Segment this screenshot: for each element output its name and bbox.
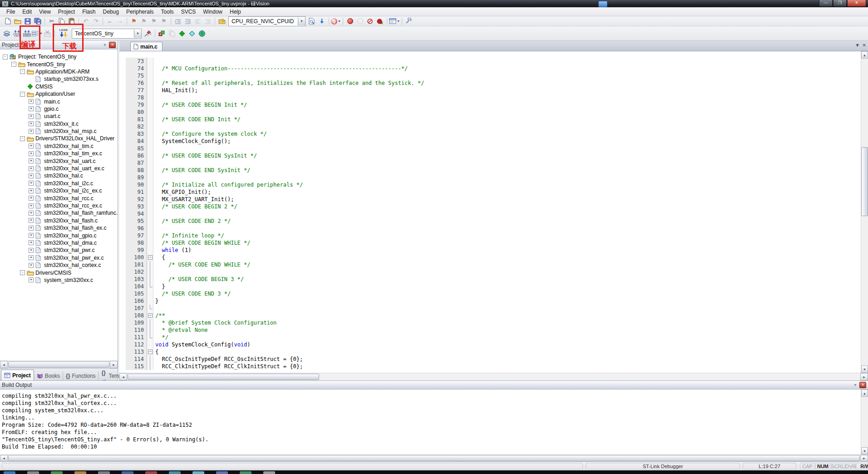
- tab-close-icon[interactable]: ✕: [863, 43, 866, 48]
- tree-item[interactable]: +stm32l0xx_hal_gpio.c: [0, 232, 118, 239]
- configure-wrench-icon[interactable]: [404, 17, 414, 26]
- tree-item[interactable]: +stm32l0xx_hal_uart_ex.c: [0, 165, 118, 172]
- tree-expand-icon[interactable]: +: [29, 211, 34, 216]
- tree-item[interactable]: +stm32l0xx_hal_tim.c: [0, 143, 118, 150]
- tab-main-c[interactable]: main.c: [130, 42, 163, 51]
- menu-project[interactable]: Project: [54, 8, 79, 16]
- build-output-vscrollbar[interactable]: ▲ ▼: [861, 390, 868, 454]
- scroll-left-icon[interactable]: ◄: [0, 361, 8, 368]
- hscroll-thumb[interactable]: [8, 361, 109, 368]
- uncomment-icon[interactable]: [203, 17, 213, 26]
- register-combo-dropdown-icon[interactable]: ▼: [298, 17, 305, 25]
- tree-item[interactable]: -Application/MDK-ARM: [0, 68, 118, 75]
- tree-collapse-icon[interactable]: -: [20, 92, 25, 97]
- taskbar-app-icon[interactable]: [27, 471, 39, 474]
- tree-item[interactable]: -Drivers/STM32L0xx_HAL_Driver: [0, 135, 118, 142]
- tree-expand-icon[interactable]: +: [29, 99, 34, 104]
- code-line[interactable]: 100 {: [119, 254, 861, 261]
- taskbar-app-icon[interactable]: [51, 471, 63, 474]
- code-line[interactable]: 87: [119, 159, 861, 167]
- save-icon[interactable]: [23, 17, 33, 26]
- code-line[interactable]: 78: [119, 94, 861, 101]
- comment-icon[interactable]: [193, 17, 203, 26]
- taskbar-app-icon[interactable]: [169, 471, 181, 474]
- tree-expand-icon[interactable]: +: [29, 240, 34, 245]
- code-line[interactable]: 101 /* USER CODE END WHILE */: [119, 261, 861, 268]
- tree-expand-icon[interactable]: +: [29, 166, 34, 171]
- hscroll-thumb[interactable]: [128, 374, 319, 380]
- tree-expand-icon[interactable]: +: [29, 226, 34, 231]
- code-line[interactable]: 89: [119, 174, 861, 181]
- code-line[interactable]: 99 while (1): [119, 247, 861, 254]
- tree-expand-icon[interactable]: +: [29, 151, 34, 156]
- quick-find-dropdown-icon[interactable]: ▼: [338, 20, 341, 23]
- tree-item[interactable]: -Application/User: [0, 90, 118, 98]
- taskbar-app-icon[interactable]: [216, 471, 228, 474]
- code-line[interactable]: 81 /* USER CODE END Init */: [119, 116, 861, 123]
- tree-expand-icon[interactable]: +: [29, 218, 34, 223]
- code-line[interactable]: 106}: [119, 297, 861, 305]
- save-all-icon[interactable]: [33, 17, 43, 26]
- scroll-down-icon[interactable]: ▼: [861, 447, 868, 454]
- tree-expand-icon[interactable]: +: [29, 196, 34, 201]
- navigate-forward-icon[interactable]: →: [115, 17, 125, 26]
- code-line[interactable]: 94: [119, 210, 861, 217]
- tree-item[interactable]: +stm32l0xx_it.c: [0, 120, 118, 128]
- breakpoint-enable-icon[interactable]: [355, 17, 365, 26]
- pack-unpack-icon[interactable]: [197, 29, 207, 38]
- menu-window[interactable]: Window: [199, 8, 226, 16]
- manage-project-items-icon[interactable]: [157, 29, 167, 38]
- code-line[interactable]: 86 /* USER CODE BEGIN SysInit */: [119, 152, 861, 159]
- debug-windows-icon[interactable]: ▼: [389, 17, 400, 26]
- breakpoint-disable-all-icon[interactable]: [365, 17, 375, 26]
- scroll-down-icon[interactable]: ▼: [861, 365, 868, 373]
- menu-tools[interactable]: Tools: [158, 8, 178, 16]
- tree-expand-icon[interactable]: +: [29, 106, 34, 111]
- manage-layers-icon[interactable]: [167, 29, 177, 38]
- pin-icon[interactable]: ⌖: [853, 382, 858, 388]
- tree-item[interactable]: +usart.c: [0, 113, 118, 120]
- code-line[interactable]: 76 /* Reset of all peripherals, Initiali…: [119, 79, 861, 87]
- tree-item[interactable]: +stm32l0xx_hal_pwr_ex.c: [0, 254, 118, 262]
- tree-expand-icon[interactable]: +: [29, 143, 34, 148]
- register-combo[interactable]: CPU_REG_NVIC_CPUID ▼: [228, 16, 306, 26]
- code-line[interactable]: 113{: [119, 348, 861, 356]
- taskbar-app-icon[interactable]: [122, 471, 133, 474]
- target-combo-dropdown-icon[interactable]: ▼: [134, 30, 141, 38]
- tree-expand-icon[interactable]: +: [29, 158, 34, 163]
- code-line[interactable]: 104 }: [119, 283, 861, 290]
- code-line[interactable]: 103 /* USER CODE BEGIN 3 */: [119, 276, 861, 283]
- workspace-tab-functions[interactable]: {}Functions: [63, 371, 99, 380]
- tree-expand-icon[interactable]: +: [29, 173, 34, 178]
- menu-edit[interactable]: Edit: [19, 8, 35, 16]
- code-line[interactable]: 96: [119, 225, 861, 232]
- code-line[interactable]: 108/**: [119, 312, 861, 319]
- code-line[interactable]: 84 SystemClock_Config();: [119, 138, 861, 145]
- tree-item[interactable]: +gpio.c: [0, 105, 118, 113]
- menu-peripherals[interactable]: Peripherals: [123, 8, 158, 16]
- scroll-up-icon[interactable]: ▲: [861, 390, 868, 397]
- scroll-right-icon[interactable]: ►: [110, 361, 118, 368]
- fold-margin[interactable]: [147, 348, 153, 356]
- code-line[interactable]: 95 /* USER CODE END 2 */: [119, 217, 861, 225]
- workspace-tab-project[interactable]: Project: [1, 370, 34, 380]
- new-file-icon[interactable]: [3, 17, 13, 26]
- translate-file-icon[interactable]: [2, 29, 12, 38]
- tree-expand-icon[interactable]: +: [29, 233, 34, 238]
- taskbar-app-icon[interactable]: [145, 471, 157, 474]
- tree-expand-icon[interactable]: +: [29, 277, 34, 282]
- code-line[interactable]: 109 * @brief System Clock Configuration: [119, 319, 861, 326]
- tree-item[interactable]: +stm32l0xx_hal_msp.c: [0, 128, 118, 135]
- tree-item[interactable]: +stm32l0xx_hal_rcc.c: [0, 194, 118, 202]
- vscroll-thumb[interactable]: [861, 147, 868, 216]
- code-line[interactable]: 112void SystemClock_Config(void): [119, 341, 861, 348]
- tree-item[interactable]: CMSIS: [0, 83, 118, 90]
- tree-item[interactable]: +stm32l0xx_hal_uart.c: [0, 157, 118, 164]
- stop-build-icon[interactable]: [43, 29, 53, 38]
- tree-item[interactable]: +stm32l0xx_hal_i2c_ex.c: [0, 187, 118, 194]
- code-line[interactable]: 73: [119, 58, 861, 65]
- code-line[interactable]: 93 /* USER CODE BEGIN 2 */: [119, 203, 861, 210]
- workspace-tab-books[interactable]: Books: [34, 371, 63, 380]
- code-line[interactable]: 88 /* USER CODE END SysInit */: [119, 167, 861, 174]
- tree-collapse-icon[interactable]: -: [11, 62, 16, 67]
